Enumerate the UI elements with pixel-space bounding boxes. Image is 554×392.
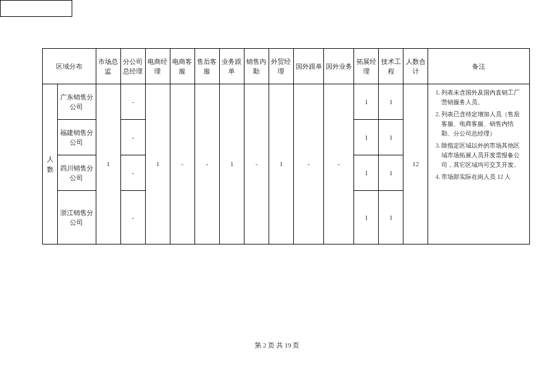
cell-expand-mgr: 1 [354, 120, 379, 155]
staffing-table: 区域分布 市场总监 分公司总经理 电商经理 电商客服 售后客服 业务跟单 销售内… [42, 48, 530, 244]
remark-item: 列表已含待定增加人员（售后客服、电商客服、销售内情勤、分公司总经理） [441, 110, 526, 138]
remark-item: 列表未含国外及国内直销工厂营销服务人员。 [441, 88, 526, 107]
cell-intl-follow: - [293, 84, 323, 244]
cell-foreign-mgr: 1 [269, 84, 293, 244]
cell-region: 广东销售分公司 [58, 84, 96, 120]
cell-branch-gm: - [120, 84, 145, 120]
cell-ecom-mgr: 1 [145, 84, 170, 244]
cell-expand-mgr: 1 [354, 155, 379, 191]
cell-biz-follow: 1 [219, 84, 244, 244]
cell-branch-gm: - [120, 120, 145, 155]
rowgroup-label: 人数 [43, 84, 58, 244]
cell-remarks: 列表未含国外及国内直销工厂营销服务人员。 列表已含待定增加人员（售后客服、电商客… [428, 84, 530, 244]
cell-region: 四川销售分公司 [58, 155, 96, 191]
col-aftersale-cs: 售后客服 [195, 49, 219, 84]
table-row: 人数 广东销售分公司 1 - 1 - - 1 - 1 - - 1 1 12 [43, 84, 530, 120]
cell-tech-eng: 1 [379, 120, 403, 155]
cell-tech-eng: 1 [379, 191, 403, 244]
floating-box [0, 0, 72, 17]
col-intl-biz: 国外业务 [324, 49, 354, 84]
cell-ecom-cs: - [170, 84, 195, 244]
table-header-row: 区域分布 市场总监 分公司总经理 电商经理 电商客服 售后客服 业务跟单 销售内… [43, 49, 530, 84]
col-region-dist: 区域分布 [43, 49, 96, 84]
cell-sales-clerk: - [244, 84, 269, 244]
cell-aftersale-cs: - [195, 84, 219, 244]
col-ecom-mgr: 电商经理 [145, 49, 170, 84]
col-intl-follow: 国外跟单 [293, 49, 323, 84]
cell-tech-eng: 1 [379, 155, 403, 191]
cell-branch-gm: - [120, 191, 145, 244]
cell-expand-mgr: 1 [354, 191, 379, 244]
cell-market-dir: 1 [96, 84, 120, 244]
col-total: 人数合计 [403, 49, 428, 84]
cell-intl-biz: - [324, 84, 354, 244]
col-biz-follow: 业务跟单 [219, 49, 244, 84]
col-market-dir: 市场总监 [96, 49, 120, 84]
col-expand-mgr: 拓展经理 [354, 49, 379, 84]
staffing-table-wrap: 区域分布 市场总监 分公司总经理 电商经理 电商客服 售后客服 业务跟单 销售内… [42, 48, 530, 244]
page-footer: 第 2 页 共 19 页 [0, 341, 554, 350]
cell-tech-eng: 1 [379, 84, 403, 120]
remark-item: 除指定区域以外的市场其他区域市场拓展人员开发需报备公司，其它区域均可交叉开发。 [441, 141, 526, 170]
cell-expand-mgr: 1 [354, 84, 379, 120]
cell-branch-gm: - [120, 155, 145, 191]
remark-item: 市场部实际在岗人员 12 人 [441, 172, 526, 182]
cell-region: 浙江销售分公司 [58, 191, 96, 244]
col-ecom-cs: 电商客服 [170, 49, 195, 84]
cell-region: 福建销售分公司 [58, 120, 96, 155]
cell-total: 12 [403, 84, 428, 244]
col-foreign-mgr: 外贸经理 [269, 49, 293, 84]
col-sales-clerk: 销售内勤 [244, 49, 269, 84]
col-remarks: 备注 [428, 49, 530, 84]
col-tech-eng: 技术工程 [379, 49, 403, 84]
col-branch-gm: 分公司总经理 [120, 49, 145, 84]
